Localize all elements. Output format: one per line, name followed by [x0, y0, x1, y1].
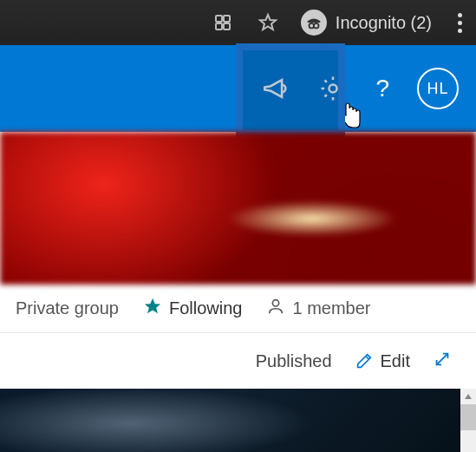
scrollbar-thumb[interactable] [460, 404, 476, 430]
suite-header: ? HL [0, 45, 476, 132]
incognito-icon [301, 10, 327, 36]
settings-button[interactable] [318, 74, 348, 103]
expand-button[interactable] [433, 350, 452, 373]
user-avatar[interactable]: HL [417, 68, 459, 109]
megaphone-icon[interactable] [261, 74, 290, 103]
svg-point-10 [273, 300, 279, 306]
cursor-pointer-icon [337, 100, 363, 129]
incognito-label: Incognito (2) [336, 13, 432, 33]
help-button[interactable]: ? [375, 75, 389, 102]
member-count-label: 1 member [292, 298, 370, 318]
svg-rect-1 [224, 16, 230, 22]
site-info-bar: Private group Following 1 member [0, 285, 476, 333]
following-button[interactable]: Following [143, 297, 242, 320]
gear-icon [318, 74, 348, 103]
edit-label: Edit [381, 351, 410, 371]
star-filled-icon [143, 297, 162, 320]
expand-diagonal-icon [433, 350, 452, 369]
bookmark-star-icon[interactable] [256, 10, 280, 35]
svg-point-8 [329, 84, 337, 92]
browser-chrome: Incognito (2) [0, 0, 476, 45]
privacy-label: Private group [16, 298, 119, 318]
svg-rect-3 [224, 23, 230, 29]
edit-button[interactable]: Edit [355, 351, 410, 371]
scrollbar-up-arrow[interactable] [460, 389, 476, 404]
incognito-indicator[interactable]: Incognito (2) [301, 10, 432, 36]
page-action-bar: Published Edit [0, 333, 476, 389]
svg-marker-11 [465, 394, 472, 399]
following-label: Following [169, 298, 242, 318]
page-content-preview [0, 389, 476, 452]
help-label: ? [375, 75, 389, 102]
svg-rect-0 [216, 16, 222, 22]
svg-rect-2 [216, 23, 222, 29]
svg-marker-4 [260, 15, 276, 29]
browser-menu-icon[interactable] [453, 13, 467, 33]
avatar-initials: HL [427, 80, 448, 98]
svg-marker-9 [145, 298, 160, 313]
svg-point-6 [314, 23, 319, 28]
extensions-icon[interactable] [211, 10, 235, 35]
members-button[interactable]: 1 member [266, 297, 370, 320]
published-status: Published [256, 351, 332, 371]
person-icon [266, 297, 285, 320]
site-banner-image [0, 132, 476, 285]
pencil-icon [355, 351, 374, 370]
